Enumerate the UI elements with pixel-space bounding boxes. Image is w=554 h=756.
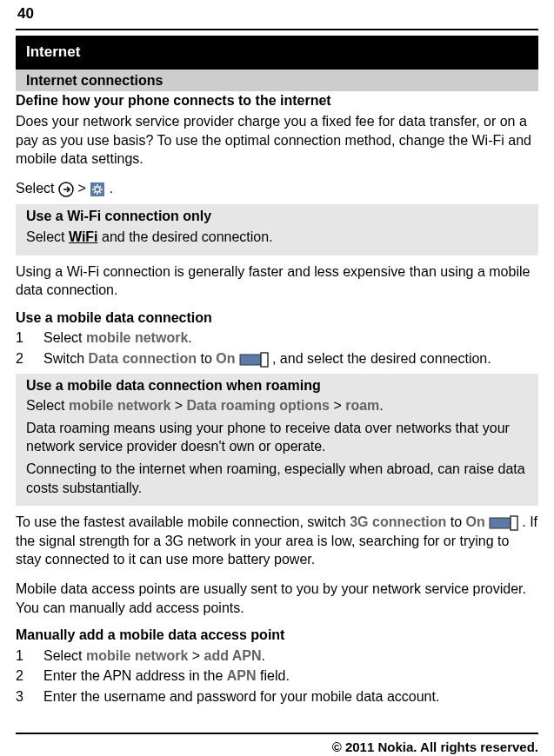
top-rule <box>16 29 538 30</box>
step-text: Enter the username and password for your… <box>43 687 439 706</box>
data-roaming-options-label: Data roaming options <box>187 398 330 413</box>
step-number: 1 <box>16 647 31 666</box>
toggle-on-icon <box>239 352 272 368</box>
select-suffix: . <box>110 181 113 196</box>
mobile-data-title: Use a mobile data connection <box>16 308 538 328</box>
select-mid: > <box>77 181 90 196</box>
step-item: 2 Switch Data connection to On , and sel… <box>16 349 538 368</box>
manual-apn-steps: 1 Select mobile network > add APN. 2 Ent… <box>16 647 538 706</box>
roaming-title: Use a mobile data connection when roamin… <box>26 376 528 395</box>
wifi-only-title: Use a Wi-Fi connection only <box>26 207 528 226</box>
wifi-only-text: Select WiFi and the desired connection. <box>26 226 528 249</box>
roam-label: roam <box>345 398 379 413</box>
wifi-only-box: Use a Wi-Fi connection only Select WiFi … <box>16 204 538 255</box>
copyright-footer: © 2011 Nokia. All rights reserved. <box>0 739 554 757</box>
step-item: 3 Enter the username and password for yo… <box>16 687 538 706</box>
mobile-network-label: mobile network <box>86 330 188 345</box>
intro-paragraph: Does your network service provider charg… <box>16 110 538 170</box>
svg-rect-14 <box>511 516 517 530</box>
section-header-internet: Internet <box>16 36 538 70</box>
step-text: Switch Data connection to On , and selec… <box>43 349 491 368</box>
select-prefix: Select <box>16 181 58 196</box>
step-item: 2 Enter the APN address in the APN field… <box>16 666 538 686</box>
svg-rect-12 <box>261 353 268 367</box>
add-apn-label: add APN <box>204 648 262 663</box>
step-item: 1 Select mobile network. <box>16 328 538 348</box>
step-number: 2 <box>16 666 31 686</box>
wifi-label: WiFi <box>69 229 98 244</box>
wifi-only-suffix: and the desired connection. <box>98 229 273 244</box>
svg-rect-13 <box>490 518 511 528</box>
roaming-note-1: Data roaming means using your phone to r… <box>26 417 528 458</box>
svg-rect-11 <box>240 355 261 365</box>
roaming-box: Use a mobile data connection when roamin… <box>16 374 538 507</box>
on-label: On <box>216 351 235 366</box>
svg-line-9 <box>94 191 95 192</box>
roaming-note-2: Connecting to the internet when roaming,… <box>26 458 528 499</box>
mobile-network-label: mobile network <box>69 398 170 413</box>
topic-heading: Define how your phone connects to the in… <box>16 91 538 110</box>
roaming-path: Select mobile network > Data roaming opt… <box>26 395 528 417</box>
wifi-note: Using a Wi-Fi connection is generally fa… <box>16 261 538 302</box>
settings-gear-icon <box>90 182 105 197</box>
footer-rule <box>16 733 538 734</box>
on-label: On <box>466 514 485 529</box>
mobile-data-steps: 1 Select mobile network. 2 Switch Data c… <box>16 328 538 368</box>
toggle-on-icon <box>489 515 522 531</box>
subsection-header: Internet connections <box>16 70 538 92</box>
arrow-circle-icon <box>58 182 74 197</box>
svg-line-8 <box>100 191 101 192</box>
apn-field-label: APN <box>227 668 257 683</box>
step-number: 1 <box>16 328 31 348</box>
page-number: 40 <box>0 0 554 29</box>
3g-connection-label: 3G connection <box>350 514 446 529</box>
svg-line-10 <box>100 186 101 187</box>
step-number: 3 <box>16 687 31 706</box>
data-connection-label: Data connection <box>89 351 197 366</box>
fastest-paragraph: To use the fastest available mobile conn… <box>16 511 538 571</box>
wifi-only-prefix: Select <box>26 229 69 244</box>
step-text: Select mobile network > add APN. <box>43 647 265 666</box>
step-text: Enter the APN address in the APN field. <box>43 666 290 686</box>
mobile-network-label: mobile network <box>86 648 188 663</box>
manual-apn-title: Manually add a mobile data access point <box>16 626 538 645</box>
step-text: Select mobile network. <box>43 328 192 348</box>
step-number: 2 <box>16 349 31 368</box>
apn-note: Mobile data access points are usually se… <box>16 578 538 619</box>
svg-line-7 <box>94 186 95 187</box>
select-path: Select > <box>16 177 538 200</box>
step-item: 1 Select mobile network > add APN. <box>16 647 538 666</box>
